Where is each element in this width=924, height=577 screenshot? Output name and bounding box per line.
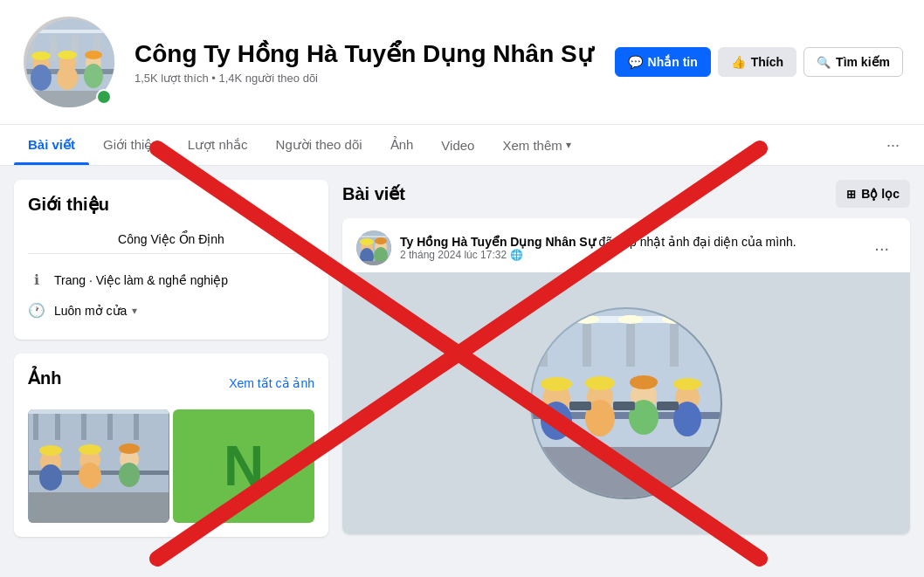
post-avatar-image [356,230,391,265]
factory-thumbnail [29,409,169,523]
svg-point-41 [360,238,374,245]
globe-icon: 🌐 [510,249,523,261]
svg-rect-49 [539,323,548,367]
svg-point-16 [85,51,102,59]
svg-rect-20 [33,414,38,440]
svg-point-69 [673,378,701,390]
filter-icon: ⊞ [846,188,856,201]
svg-point-60 [541,377,572,391]
svg-point-28 [39,445,62,456]
svg-point-27 [39,464,62,491]
svg-rect-52 [670,323,679,367]
message-button[interactable]: 💬 Nhắn tin [615,47,711,77]
svg-point-30 [79,463,101,489]
svg-point-33 [119,463,140,487]
hours-chevron-icon: ▾ [132,305,137,317]
svg-rect-70 [569,402,591,410]
clock-icon: 🕐 [28,302,45,319]
tab-videos[interactable]: Video [427,126,488,165]
svg-rect-50 [583,323,591,367]
svg-rect-73 [530,447,722,499]
nav-tabs: Bài viết Giới thiệu Lượt nhắc Người theo… [0,125,924,166]
photos-title: Ảnh [28,367,61,388]
svg-rect-23 [107,414,113,440]
svg-point-14 [31,52,51,60]
svg-point-63 [585,376,615,390]
svg-point-59 [541,402,572,440]
intro-work: Công Việc Ổn Định [28,225,314,254]
svg-rect-38 [356,236,391,237]
svg-point-34 [119,443,140,454]
svg-point-15 [58,51,77,59]
svg-point-11 [57,65,78,90]
post-time: 2 tháng 2024 lúc 17:32 🌐 [400,249,858,261]
svg-point-55 [618,315,643,324]
search-icon: 🔍 [817,56,831,69]
tab-mentions[interactable]: Lượt nhắc [174,125,262,165]
filter-button[interactable]: ⊞ Bộ lọc [836,180,910,208]
post-factory-image [530,307,722,499]
tab-photos[interactable]: Ảnh [376,125,428,165]
svg-point-53 [531,315,555,324]
profile-actions: 💬 Nhắn tin 👍 Thích 🔍 Tìm kiếm [615,47,903,77]
more-options-button[interactable]: ··· [876,129,910,161]
svg-rect-71 [613,402,635,410]
tab-about[interactable]: Giới thiệu [89,125,174,165]
svg-rect-35 [29,492,169,523]
hours-toggle[interactable]: Luôn mở cửa ▾ [54,304,137,318]
post-options-button[interactable]: ··· [867,235,896,262]
svg-point-9 [31,65,52,91]
post-image [342,272,910,534]
profile-stats: 1,5K lượt thích • 1,4K người theo dõi [134,72,597,85]
svg-point-31 [79,444,101,455]
photos-grid: N [28,409,314,523]
posts-title: Bài viết [342,183,405,204]
intro-card: Giới thiệu Công Việc Ổn Định ℹ Trang · V… [14,180,328,340]
page-title: Công Ty Hồng Hà Tuyển Dụng Nhân Sự [134,39,597,69]
svg-rect-2 [28,30,115,33]
svg-rect-72 [657,402,679,410]
svg-point-44 [375,237,387,244]
profile-info: Công Ty Hồng Hà Tuyển Dụng Nhân Sự 1,5K … [134,39,597,86]
tab-followers[interactable]: Người theo dõi [262,125,376,165]
photos-header: Ảnh Xem tất cả ảnh [28,367,314,399]
page-wrapper: Công Ty Hồng Hà Tuyển Dụng Nhân Sự 1,5K … [0,0,924,577]
profile-avatar-wrap [21,14,117,110]
search-button[interactable]: 🔍 Tìm kiếm [803,47,903,77]
main-content: Giới thiệu Công Việc Ổn Định ℹ Trang · V… [0,166,924,565]
svg-rect-19 [29,409,169,414]
sidebar: Giới thiệu Công Việc Ổn Định ℹ Trang · V… [14,180,328,551]
svg-point-54 [575,315,599,324]
post-info: Ty Hồng Hà Tuyển Dụng Nhân Sự đã cập nhậ… [400,235,858,261]
photo-thumb-1[interactable] [28,409,169,523]
svg-rect-4 [50,36,57,62]
tab-more[interactable]: Xem thêm ▾ [488,126,584,165]
like-button[interactable]: 👍 Thích [718,47,796,77]
post-author: Ty Hồng Hà Tuyển Dụng Nhân Sự đã cập nhậ… [400,235,858,249]
svg-rect-51 [626,323,635,367]
post-action: đã cập nhật ảnh đại diện của mình. [599,235,796,249]
post-meta: Ty Hồng Hà Tuyển Dụng Nhân Sự đã cập nhậ… [342,218,910,272]
intro-title: Giới thiệu [28,194,314,215]
see-all-photos-link[interactable]: Xem tất cả ảnh [229,376,314,390]
post-card: Ty Hồng Hà Tuyển Dụng Nhân Sự đã cập nhậ… [342,218,910,534]
messenger-icon: 💬 [628,55,643,69]
svg-point-56 [662,315,686,324]
posts-area: Bài viết ⊞ Bộ lọc [342,180,910,551]
chevron-down-icon: ▾ [566,139,571,151]
svg-rect-45 [356,261,391,265]
post-avatar [356,230,391,265]
intro-type-item: ℹ Trang · Việc làm & nghề nghiệp [28,264,314,295]
svg-rect-21 [55,414,60,440]
online-indicator [96,89,112,105]
svg-rect-22 [81,414,86,440]
photos-card: Ảnh Xem tất cả ảnh [14,354,328,537]
tab-posts[interactable]: Bài viết [14,125,89,165]
svg-rect-24 [134,414,139,440]
info-icon: ℹ [28,271,45,288]
svg-point-13 [84,64,103,88]
photo-factory-image [28,409,169,523]
photo-thumb-2[interactable]: N [173,409,314,523]
profile-header: Công Ty Hồng Hà Tuyển Dụng Nhân Sự 1,5K … [0,0,924,125]
photo-n-image: N [173,409,314,523]
